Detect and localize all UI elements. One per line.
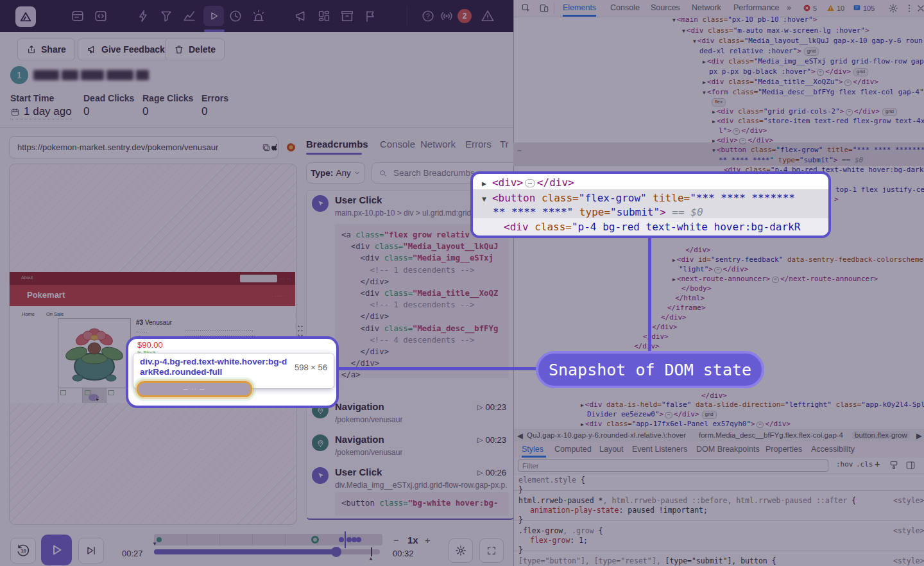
highlighted-buy-button[interactable]: — ·· — (137, 381, 252, 397)
more-tabs-chevron[interactable]: » (787, 3, 791, 12)
notifications-badge[interactable]: 2 (458, 9, 472, 23)
funnel-icon[interactable] (159, 9, 173, 23)
tab-dom-breakpoints[interactable]: DOM Breakpoints (696, 445, 760, 454)
dom-crumb-2[interactable]: form.Media_desc__bfFYg.flex.flex-col.gap… (699, 431, 843, 439)
replay-url: https://pokemon-market.sentry.dev/pokemo… (17, 142, 261, 152)
crumb-time[interactable]: ▷00:23 (477, 402, 506, 412)
tab-styles[interactable]: Styles (522, 445, 543, 454)
event-dot-green-ring (311, 536, 319, 544)
crumb-title[interactable]: Navigation (335, 401, 384, 412)
crumb-title[interactable]: Navigation (335, 434, 384, 445)
projects-icon[interactable] (94, 9, 108, 23)
fullscreen-icon (486, 545, 497, 556)
crons-clock-icon[interactable] (228, 9, 243, 23)
devtools-tab-performance[interactable]: Performance (733, 3, 780, 12)
speed-decrease-button[interactable]: − (393, 535, 399, 545)
tab-trace[interactable]: Tr (500, 139, 509, 150)
alerts-siren-icon[interactable] (252, 9, 266, 23)
message-count-badge[interactable]: 105 (853, 4, 875, 12)
crumb-fwd-arrow[interactable]: ▶ (916, 431, 922, 440)
event-dot-purple (339, 537, 344, 542)
toggle-hover[interactable]: :hov (836, 460, 853, 468)
toggle-cls[interactable]: .cls (856, 460, 873, 468)
thumbnail[interactable] (58, 388, 83, 403)
rewind-10-button[interactable]: 10 (10, 538, 36, 563)
svg-text:?: ? (426, 13, 430, 20)
snapshot-label-pill: Snapshot of DOM state (536, 351, 764, 388)
styles-filter-input[interactable] (518, 459, 828, 472)
play-button[interactable] (41, 535, 72, 565)
tab-computed[interactable]: Computed (554, 445, 592, 454)
tab-layout[interactable]: Layout (599, 445, 624, 454)
device-toolbar-icon[interactable] (539, 3, 549, 13)
crumb-subtitle: main.px-10.pb-10 > div > ul.grid.md:grid… (335, 209, 482, 218)
crumb-time[interactable]: ▷00:23 (477, 435, 506, 445)
tab-network[interactable]: Network (420, 139, 456, 150)
devtools-settings-gear-icon[interactable] (888, 3, 898, 13)
gear-icon (455, 545, 466, 556)
tab-breadcrumbs[interactable]: Breadcrumbs (306, 139, 368, 150)
devtools-tab-sources[interactable]: Sources (651, 3, 680, 12)
crumb-time[interactable]: ▷00:26 (477, 468, 506, 477)
crumb-back-arrow[interactable]: ◀ (517, 431, 523, 440)
code-line: <div class="Media_img__eSTxj (341, 252, 502, 264)
speed-value[interactable]: 1x (407, 535, 418, 545)
performance-icon[interactable] (136, 9, 150, 23)
crumb-title[interactable]: User Click (335, 467, 382, 477)
selected-dom-row-highlight[interactable] (513, 142, 924, 166)
new-rule-plus[interactable]: + (875, 459, 880, 469)
panel-layout-icon[interactable] (905, 460, 916, 470)
tab-properties[interactable]: Properties (766, 445, 802, 454)
dashboards-icon[interactable] (317, 9, 331, 23)
devtools-tab-console[interactable]: Console (610, 3, 640, 12)
speed-increase-button[interactable]: + (425, 535, 431, 545)
error-count-badge[interactable]: 5 (803, 4, 817, 12)
give-feedback-button[interactable]: Give Feedback (78, 39, 174, 60)
warning-count-badge[interactable]: 10 (826, 4, 844, 12)
devtools-tab-network[interactable]: Network (692, 3, 721, 12)
thumbnail-selected[interactable] (83, 388, 107, 403)
fullscreen-button[interactable] (479, 538, 504, 563)
dom-crumb-1[interactable]: QuJ.gap-x-10.gap-y-6.rounded-xl.relative… (527, 431, 686, 439)
scrub-bar[interactable] (154, 549, 380, 554)
delete-button[interactable]: Delete (165, 39, 225, 60)
inspect-element-icon[interactable] (521, 3, 531, 13)
kebab-menu-icon[interactable] (904, 3, 914, 13)
tab-console[interactable]: Console (380, 139, 415, 150)
user-click-icon (312, 195, 329, 212)
discover-chart-icon[interactable] (182, 9, 196, 23)
dom-code-block: <a class="flex grow relativ <div class="… (335, 224, 509, 378)
dom-code-block: <button class="bg-white hover:bg- (335, 492, 509, 516)
devtools-tab-elements[interactable]: Elements (563, 3, 596, 12)
dom-crumb-selected[interactable]: button.flex-grow (852, 431, 910, 439)
type-filter-dropdown[interactable]: Type: Any (306, 162, 365, 184)
feedback-flag-icon[interactable] (363, 9, 377, 23)
issues-icon[interactable] (71, 9, 85, 23)
redacted-title-segment (81, 70, 104, 80)
broadcast-icon[interactable] (440, 9, 454, 23)
type-value: Any (336, 168, 350, 178)
paint-flash-icon[interactable] (889, 460, 899, 470)
warning-triangle-icon[interactable] (481, 9, 495, 23)
help-icon[interactable]: ? (421, 9, 435, 23)
skip-to-end-button[interactable] (78, 538, 104, 563)
tab-errors[interactable]: Errors (465, 139, 492, 150)
share-button[interactable]: Share (17, 39, 75, 60)
crumb-title[interactable]: User Click (335, 194, 382, 205)
tab-accessibility[interactable]: Accessibility (811, 445, 855, 454)
close-icon[interactable] (916, 3, 924, 13)
scrub-knob[interactable] (331, 547, 341, 557)
product-title: #3 Venusaur (136, 319, 172, 326)
player-settings-button[interactable] (449, 538, 473, 563)
replay-url-bar: https://pokemon-market.sentry.dev/pokemo… (9, 136, 278, 159)
code-line: </a> (341, 369, 502, 378)
tab-event-listeners[interactable]: Event Listeners (632, 445, 687, 454)
releases-box-icon[interactable] (340, 9, 354, 23)
explore-megaphone-icon[interactable] (294, 9, 308, 23)
start-time-label: Start Time (10, 93, 54, 103)
event-timeline-strip[interactable] (154, 534, 382, 545)
sentry-logo-icon[interactable] (15, 6, 36, 27)
devtools-toolbar: Elements Console Sources Network Perform… (514, 0, 924, 17)
chevron-down-icon (354, 169, 361, 176)
replays-icon-active[interactable] (203, 6, 224, 26)
